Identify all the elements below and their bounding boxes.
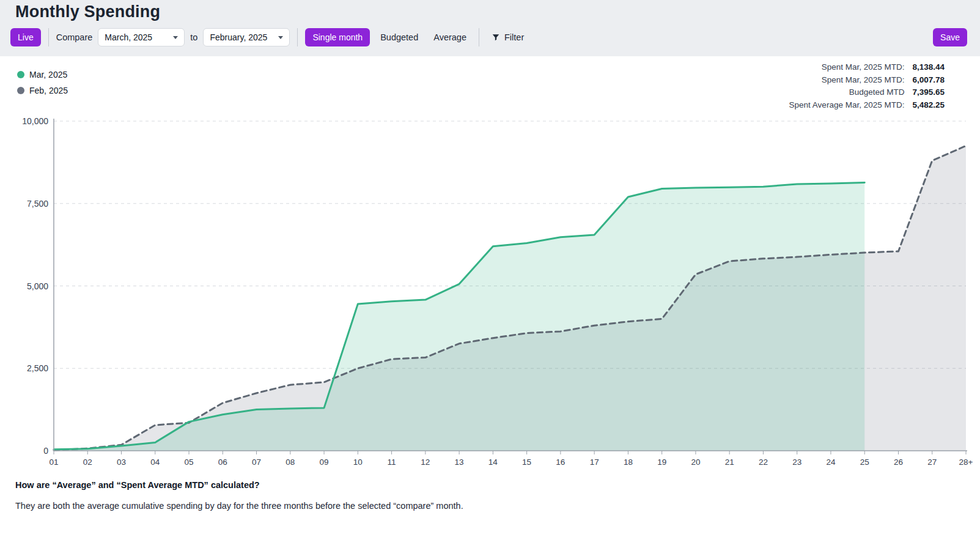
budgeted-button[interactable]: Budgeted: [375, 28, 423, 46]
x-tick-label: 01: [49, 457, 58, 467]
filter-label: Filter: [504, 32, 524, 42]
x-tick-label: 22: [759, 457, 768, 467]
filter-funnel-icon: [492, 33, 500, 42]
single-month-button[interactable]: Single month: [305, 28, 370, 46]
y-tick-label: 10,000: [22, 116, 48, 126]
chevron-down-icon: [173, 36, 178, 39]
chevron-down-icon: [278, 36, 283, 39]
x-tick-label: 12: [421, 457, 430, 467]
x-tick-label: 13: [455, 457, 464, 467]
compare-month-select[interactable]: March, 2025: [98, 28, 185, 46]
to-month-value: February, 2025: [210, 32, 267, 42]
footer-question: How are “Average” and “Spent Average MTD…: [15, 480, 260, 490]
toolbar-divider: [297, 28, 298, 46]
mar-area-fill: [54, 182, 864, 451]
x-tick-label: 28+: [959, 457, 973, 467]
x-tick-label: 25: [860, 457, 869, 467]
toolbar: Live Compare March, 2025 to February, 20…: [0, 28, 980, 46]
y-tick-label: 2,500: [27, 363, 48, 373]
x-tick-label: 19: [657, 457, 666, 467]
y-tick-label: 0: [43, 446, 48, 456]
spending-chart[interactable]: 02,5005,0007,50010,000010203040506070809…: [0, 56, 980, 478]
toolbar-divider: [48, 28, 49, 46]
x-tick-label: 16: [556, 457, 565, 467]
x-tick-label: 07: [252, 457, 261, 467]
x-tick-label: 17: [590, 457, 599, 467]
x-tick-label: 05: [185, 457, 194, 467]
x-tick-label: 14: [488, 457, 498, 467]
x-tick-label: 18: [624, 457, 633, 467]
monthly-spending-page: Monthly Spending Live Compare March, 202…: [0, 0, 980, 537]
x-tick-label: 15: [522, 457, 531, 467]
x-tick-label: 26: [894, 457, 903, 467]
footer-answer: They are both the average cumulative spe…: [15, 501, 463, 511]
x-tick-label: 23: [792, 457, 801, 467]
to-month-select[interactable]: February, 2025: [203, 28, 290, 46]
save-button[interactable]: Save: [933, 28, 967, 46]
x-tick-label: 27: [927, 457, 937, 467]
to-label: to: [190, 32, 197, 42]
compare-month-value: March, 2025: [105, 32, 152, 42]
toolbar-divider: [479, 28, 479, 46]
x-tick-label: 20: [691, 457, 700, 467]
average-button[interactable]: Average: [429, 28, 471, 46]
x-tick-label: 24: [826, 457, 836, 467]
live-button[interactable]: Live: [10, 28, 41, 46]
x-tick-label: 21: [725, 457, 734, 467]
filter-button[interactable]: Filter: [487, 28, 529, 46]
compare-label: Compare: [56, 32, 93, 42]
x-tick-label: 04: [150, 457, 160, 467]
y-tick-label: 7,500: [27, 199, 48, 209]
x-tick-label: 02: [83, 457, 92, 467]
x-tick-label: 06: [218, 457, 227, 467]
top-bar: Monthly Spending Live Compare March, 202…: [0, 0, 980, 56]
x-tick-label: 11: [388, 457, 396, 467]
x-tick-label: 08: [286, 457, 295, 467]
y-tick-label: 5,000: [27, 281, 48, 291]
x-tick-label: 10: [353, 457, 363, 467]
x-tick-label: 09: [320, 457, 329, 467]
page-title: Monthly Spending: [0, 0, 980, 21]
x-tick-label: 03: [117, 457, 126, 467]
